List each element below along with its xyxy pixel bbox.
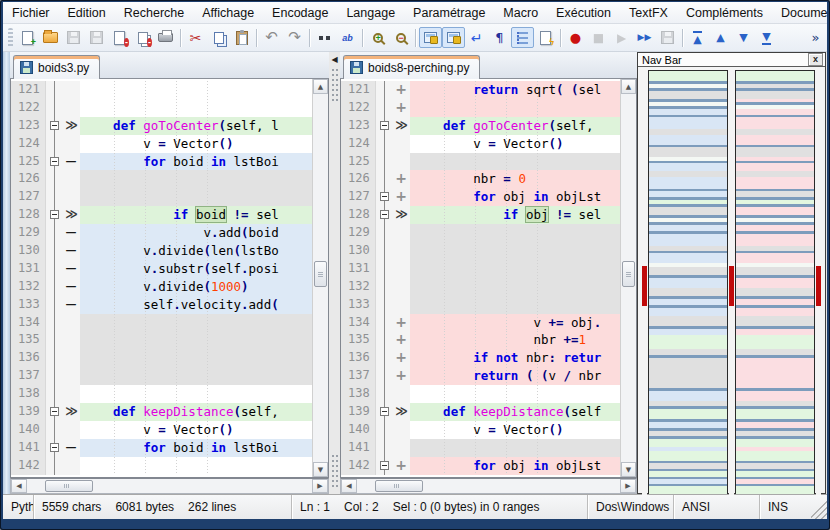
compare-last-diff-icon[interactable]: ▼ (755, 27, 778, 48)
menu-ex-cution[interactable]: Exécution (547, 2, 620, 23)
collapse-left-icon[interactable]: ◀ (331, 55, 337, 64)
redo-icon[interactable]: ↷ (283, 27, 306, 48)
code-text[interactable] (410, 242, 620, 260)
code-text[interactable]: v = Vector() (80, 135, 312, 153)
code-text[interactable] (80, 170, 312, 188)
code-text[interactable]: if not nbr: retur (410, 349, 620, 367)
line-number[interactable]: 137 (341, 367, 375, 385)
code-text[interactable]: if boid != sel (80, 206, 312, 224)
line-number[interactable]: 123 (11, 117, 45, 135)
undo-icon[interactable]: ↶ (260, 27, 283, 48)
code-text[interactable]: def keepDistance(self, (80, 403, 312, 421)
code-text[interactable] (410, 224, 620, 242)
paste-icon[interactable] (230, 27, 253, 48)
resize-grip-icon[interactable] (811, 495, 827, 519)
line-number[interactable]: 123 (341, 117, 375, 135)
line-number[interactable]: 124 (341, 135, 375, 153)
function-completion-icon[interactable]: ϟ (534, 27, 557, 48)
scroll-left-icon[interactable]: ◀ (11, 479, 27, 493)
left-editor[interactable]: 121122123≫ def goToCenter(self, l124 v =… (10, 79, 329, 478)
scroll-right-icon[interactable]: ▶ (620, 479, 636, 493)
code-text[interactable] (80, 99, 312, 117)
scroll-left-icon[interactable]: ◀ (341, 479, 357, 493)
code-text[interactable]: for boid in lstBoi (80, 439, 312, 457)
line-number[interactable]: 142 (341, 457, 375, 475)
code-text[interactable]: v += obj. (410, 314, 620, 332)
line-number[interactable]: 130 (11, 242, 45, 260)
zoom-in-icon[interactable]: + (366, 27, 389, 48)
line-number[interactable]: 129 (341, 224, 375, 242)
macro-save-icon[interactable] (656, 27, 679, 48)
menu-param-trage[interactable]: Paramétrage (404, 2, 494, 23)
code-text[interactable]: def keepDistance(self (410, 403, 620, 421)
scrollbar-thumb[interactable] (622, 261, 635, 287)
scroll-up-icon[interactable]: ▲ (313, 79, 328, 94)
line-number[interactable]: 141 (341, 439, 375, 457)
macro-run-multiple-icon[interactable]: ▶▶ (633, 27, 656, 48)
line-number[interactable]: 127 (341, 188, 375, 206)
left-vertical-scrollbar[interactable]: ▲ ▼ (312, 79, 328, 477)
fold-collapse-icon[interactable] (380, 210, 389, 219)
code-text[interactable] (410, 278, 620, 296)
fold-collapse-icon[interactable] (380, 461, 389, 470)
fold-collapse-icon[interactable] (380, 121, 389, 130)
close-all-icon[interactable]: - (131, 27, 154, 48)
right-vertical-scrollbar[interactable]: ▲ ▼ (620, 79, 636, 477)
line-number[interactable]: 136 (341, 349, 375, 367)
line-number[interactable]: 125 (341, 153, 375, 171)
menu-macro[interactable]: Macro (494, 2, 547, 23)
menu-affichage[interactable]: Affichage (193, 2, 263, 23)
fold-collapse-icon[interactable] (50, 121, 59, 130)
line-number[interactable]: 140 (341, 421, 375, 439)
code-text[interactable]: v.divide(1000) (80, 278, 312, 296)
line-number[interactable]: 122 (341, 99, 375, 117)
close-icon[interactable]: x (808, 53, 823, 66)
compare-prev-diff-icon[interactable]: ▲ (709, 27, 732, 48)
line-number[interactable]: 121 (341, 81, 375, 99)
find-icon[interactable] (313, 27, 336, 48)
fold-collapse-icon[interactable] (50, 157, 59, 166)
line-number[interactable]: 130 (341, 242, 375, 260)
line-number[interactable]: 131 (11, 260, 45, 278)
code-text[interactable]: if obj != sel (410, 206, 620, 224)
line-number[interactable]: 138 (11, 385, 45, 403)
right-horizontal-scrollbar[interactable]: ◀ ▶ (340, 478, 637, 494)
scroll-right-icon[interactable]: ▶ (312, 479, 328, 493)
code-text[interactable]: def goToCenter(self, (410, 117, 620, 135)
code-text[interactable]: for obj in objLst (410, 188, 620, 206)
code-text[interactable] (80, 349, 312, 367)
toolbar-overflow-icon[interactable]: » (804, 27, 827, 48)
code-text[interactable] (410, 260, 620, 278)
zoom-out-icon[interactable]: − (389, 27, 412, 48)
line-number[interactable]: 131 (341, 260, 375, 278)
line-number[interactable]: 121 (11, 81, 45, 99)
replace-icon[interactable]: ab (336, 27, 359, 48)
compare-first-diff-icon[interactable]: ▲ (686, 27, 709, 48)
open-file-icon[interactable] (39, 27, 62, 48)
line-number[interactable]: 132 (341, 278, 375, 296)
cut-icon[interactable]: ✂ (184, 27, 207, 48)
code-text[interactable] (80, 331, 312, 349)
code-text[interactable]: self.velocity.add( (80, 296, 312, 314)
line-number[interactable]: 133 (11, 296, 45, 314)
splitter-grip[interactable] (332, 68, 338, 102)
code-text[interactable]: nbr = 0 (410, 170, 620, 188)
macro-stop-icon[interactable]: ■ (587, 27, 610, 48)
menu-compl-ments[interactable]: Compléments (677, 2, 772, 23)
save-icon[interactable] (62, 27, 85, 48)
splitter-grip[interactable] (332, 454, 338, 488)
code-text[interactable] (410, 439, 620, 457)
line-number[interactable]: 132 (11, 278, 45, 296)
code-text[interactable]: return ( (v / nbr (410, 367, 620, 385)
compare-next-diff-icon[interactable]: ▼ (732, 27, 755, 48)
menu-documents[interactable]: Documents (772, 2, 827, 23)
code-text[interactable]: def goToCenter(self, l (80, 117, 312, 135)
fold-collapse-icon[interactable] (50, 407, 59, 416)
menu-fichier[interactable]: Fichier (3, 2, 59, 23)
scroll-down-icon[interactable]: ▼ (313, 462, 328, 477)
fold-collapse-icon[interactable] (380, 407, 389, 416)
scrollbar-thumb[interactable] (375, 480, 423, 492)
nav-minimap-right[interactable] (735, 70, 815, 495)
line-number[interactable]: 133 (341, 296, 375, 314)
code-text[interactable]: nbr +=1 (410, 331, 620, 349)
